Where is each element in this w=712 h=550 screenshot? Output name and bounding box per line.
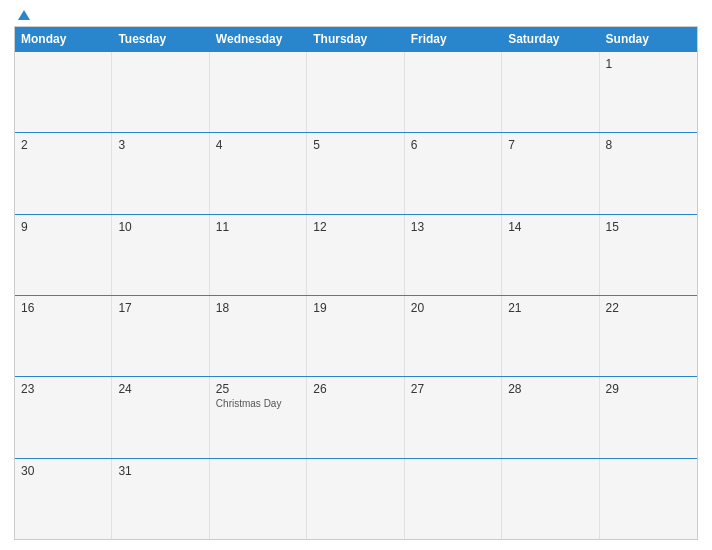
day-number: 14 <box>508 220 592 234</box>
calendar-row-1: 2345678 <box>15 132 697 213</box>
calendar-cell <box>405 52 502 132</box>
calendar-cell: 5 <box>307 133 404 213</box>
calendar-cell: 22 <box>600 296 697 376</box>
calendar-cell: 6 <box>405 133 502 213</box>
calendar-cell <box>15 52 112 132</box>
calendar-cell: 30 <box>15 459 112 539</box>
day-number: 9 <box>21 220 105 234</box>
calendar-cell: 20 <box>405 296 502 376</box>
day-number: 24 <box>118 382 202 396</box>
calendar-cell: 14 <box>502 215 599 295</box>
page-header <box>14 10 698 20</box>
calendar-cell <box>112 52 209 132</box>
calendar-cell: 28 <box>502 377 599 457</box>
weekday-header-tuesday: Tuesday <box>112 27 209 51</box>
calendar-cell: 15 <box>600 215 697 295</box>
calendar-row-4: 232425Christmas Day26272829 <box>15 376 697 457</box>
calendar-cell: 29 <box>600 377 697 457</box>
calendar-cell: 21 <box>502 296 599 376</box>
day-number: 21 <box>508 301 592 315</box>
calendar-grid: MondayTuesdayWednesdayThursdayFridaySatu… <box>14 26 698 540</box>
day-number: 6 <box>411 138 495 152</box>
calendar-cell: 24 <box>112 377 209 457</box>
day-number: 30 <box>21 464 105 478</box>
day-number: 19 <box>313 301 397 315</box>
calendar-cell: 16 <box>15 296 112 376</box>
day-number: 3 <box>118 138 202 152</box>
day-number: 13 <box>411 220 495 234</box>
day-number: 17 <box>118 301 202 315</box>
day-number: 8 <box>606 138 691 152</box>
calendar-cell: 4 <box>210 133 307 213</box>
calendar-cell <box>502 52 599 132</box>
day-number: 27 <box>411 382 495 396</box>
logo-triangle-icon <box>18 10 30 20</box>
day-number: 1 <box>606 57 691 71</box>
day-number: 28 <box>508 382 592 396</box>
calendar-row-3: 16171819202122 <box>15 295 697 376</box>
calendar-cell: 10 <box>112 215 209 295</box>
calendar-cell: 18 <box>210 296 307 376</box>
calendar-cell <box>307 52 404 132</box>
calendar-cell: 23 <box>15 377 112 457</box>
day-number: 25 <box>216 382 300 396</box>
weekday-header-friday: Friday <box>405 27 502 51</box>
day-number: 29 <box>606 382 691 396</box>
calendar-cell: 8 <box>600 133 697 213</box>
calendar-cell: 25Christmas Day <box>210 377 307 457</box>
calendar-row-0: 1 <box>15 51 697 132</box>
day-number: 7 <box>508 138 592 152</box>
calendar-cell: 13 <box>405 215 502 295</box>
logo <box>14 10 30 20</box>
calendar-row-5: 3031 <box>15 458 697 539</box>
day-number: 26 <box>313 382 397 396</box>
calendar-cell: 17 <box>112 296 209 376</box>
calendar-cell: 26 <box>307 377 404 457</box>
day-number: 5 <box>313 138 397 152</box>
calendar-cell: 19 <box>307 296 404 376</box>
calendar-cell: 31 <box>112 459 209 539</box>
day-number: 12 <box>313 220 397 234</box>
calendar-cell: 2 <box>15 133 112 213</box>
calendar-cell: 12 <box>307 215 404 295</box>
calendar-header-row: MondayTuesdayWednesdayThursdayFridaySatu… <box>15 27 697 51</box>
day-number: 16 <box>21 301 105 315</box>
day-number: 18 <box>216 301 300 315</box>
calendar-cell <box>405 459 502 539</box>
weekday-header-wednesday: Wednesday <box>210 27 307 51</box>
weekday-header-saturday: Saturday <box>502 27 599 51</box>
day-number: 22 <box>606 301 691 315</box>
calendar-cell <box>307 459 404 539</box>
calendar-cell: 11 <box>210 215 307 295</box>
logo-blue-text <box>14 10 30 20</box>
calendar-cell <box>210 52 307 132</box>
day-number: 23 <box>21 382 105 396</box>
day-number: 31 <box>118 464 202 478</box>
calendar-page: MondayTuesdayWednesdayThursdayFridaySatu… <box>0 0 712 550</box>
weekday-header-monday: Monday <box>15 27 112 51</box>
calendar-cell <box>502 459 599 539</box>
day-number: 4 <box>216 138 300 152</box>
weekday-header-thursday: Thursday <box>307 27 404 51</box>
weekday-header-sunday: Sunday <box>600 27 697 51</box>
calendar-cell <box>600 459 697 539</box>
calendar-cell: 7 <box>502 133 599 213</box>
calendar-cell: 27 <box>405 377 502 457</box>
calendar-cell <box>210 459 307 539</box>
event-label: Christmas Day <box>216 398 300 409</box>
calendar-row-2: 9101112131415 <box>15 214 697 295</box>
calendar-cell: 1 <box>600 52 697 132</box>
calendar-cell: 9 <box>15 215 112 295</box>
day-number: 10 <box>118 220 202 234</box>
calendar-body: 1234567891011121314151617181920212223242… <box>15 51 697 539</box>
day-number: 2 <box>21 138 105 152</box>
calendar-cell: 3 <box>112 133 209 213</box>
day-number: 20 <box>411 301 495 315</box>
day-number: 15 <box>606 220 691 234</box>
day-number: 11 <box>216 220 300 234</box>
